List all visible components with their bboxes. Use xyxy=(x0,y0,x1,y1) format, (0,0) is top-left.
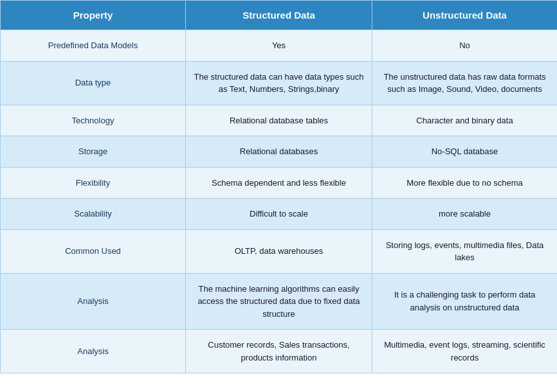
cell-unstructured: Multimedia, event logs, streaming, scien… xyxy=(372,330,558,373)
cell-unstructured: More flexible due to no schema xyxy=(372,167,558,199)
cell-structured: OLTP, data warehouses xyxy=(186,229,372,273)
cell-property: Data type xyxy=(1,61,186,105)
cell-structured: Schema dependent and less flexible xyxy=(186,167,372,199)
cell-unstructured: It is a challenging task to perform data… xyxy=(372,273,558,330)
table-row: AnalysisThe machine learning algorithms … xyxy=(1,273,558,330)
cell-structured: The structured data can have data types … xyxy=(186,61,372,105)
table-row: Data typeThe structured data can have da… xyxy=(1,61,558,105)
cell-unstructured: The unstructured data has raw data forma… xyxy=(372,61,558,105)
cell-unstructured: more scalable xyxy=(372,199,558,230)
cell-unstructured: Character and binary data xyxy=(372,105,558,136)
cell-property: Analysis xyxy=(1,273,186,330)
table-row: FlexibilitySchema dependent and less fle… xyxy=(1,167,558,199)
cell-property: Technology xyxy=(1,105,186,136)
table-row: Common UsedOLTP, data warehousesStoring … xyxy=(1,229,558,273)
table-row: TechnologyRelational database tablesChar… xyxy=(1,105,558,136)
header-structured: Structured Data xyxy=(186,1,372,30)
cell-property: Storage xyxy=(1,136,186,168)
cell-structured: Customer records, Sales transactions, pr… xyxy=(186,330,372,373)
cell-structured: Difficult to scale xyxy=(186,199,372,230)
cell-structured: Yes xyxy=(186,30,372,62)
header-unstructured: Unstructured Data xyxy=(372,1,558,30)
cell-property: Scalability xyxy=(1,199,186,230)
cell-property: Common Used xyxy=(1,229,186,273)
table-row: Predefined Data ModelsYesNo xyxy=(1,30,558,62)
cell-property: Predefined Data Models xyxy=(1,30,186,62)
cell-structured: Relational databases xyxy=(186,136,372,168)
cell-unstructured: No xyxy=(372,30,558,62)
table-row: ScalabilityDifficult to scalemore scalab… xyxy=(1,199,558,230)
cell-structured: The machine learning algorithms can easi… xyxy=(186,273,372,330)
table-row: AnalysisCustomer records, Sales transact… xyxy=(1,330,558,373)
cell-unstructured: No-SQL database xyxy=(372,136,558,168)
table-row: StorageRelational databasesNo-SQL databa… xyxy=(1,136,558,168)
header-property: Property xyxy=(1,1,186,30)
comparison-table: Property Structured Data Unstructured Da… xyxy=(0,0,557,373)
cell-property: Flexibility xyxy=(1,167,186,199)
cell-structured: Relational database tables xyxy=(186,105,372,136)
cell-property: Analysis xyxy=(1,330,186,373)
cell-unstructured: Storing logs, events, multimedia files, … xyxy=(372,229,558,273)
